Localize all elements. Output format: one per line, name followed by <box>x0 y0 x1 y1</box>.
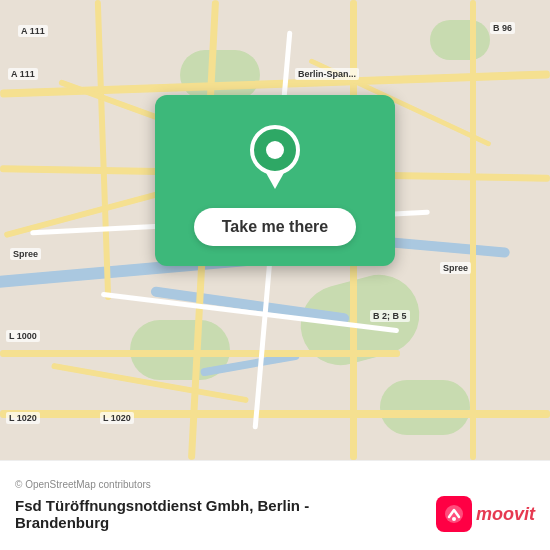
road <box>0 410 550 418</box>
road-label: L 1000 <box>6 330 40 342</box>
road-label: L 1020 <box>100 412 134 424</box>
green-area <box>380 380 470 435</box>
road-label: B 2; B 5 <box>370 310 410 322</box>
road-label: L 1020 <box>6 412 40 424</box>
svg-point-1 <box>452 517 456 521</box>
road-label: B 96 <box>490 22 515 34</box>
attribution: © OpenStreetMap contributors <box>15 479 535 490</box>
take-me-there-button[interactable]: Take me there <box>194 208 356 246</box>
road-label: A 111 <box>18 25 48 37</box>
road-label: Berlin-Span... <box>295 68 359 80</box>
map-pin <box>250 125 300 185</box>
green-area <box>430 20 490 60</box>
moovit-logo: moovit <box>436 496 535 532</box>
moovit-text: moovit <box>476 504 535 525</box>
pin-dot <box>266 141 284 159</box>
road <box>95 0 111 300</box>
bottom-bar: © OpenStreetMap contributors Fsd Türöffn… <box>0 460 550 550</box>
place-info: Fsd Türöffnungsnotdienst Gmbh, Berlin - … <box>15 497 436 531</box>
road-label: Spree <box>440 262 471 274</box>
road <box>470 0 476 460</box>
marker-overlay: Take me there <box>155 95 395 266</box>
bottom-content: Fsd Türöffnungsnotdienst Gmbh, Berlin - … <box>15 496 535 532</box>
road-label: A 111 <box>8 68 38 80</box>
road-label: Spree <box>10 248 41 260</box>
moovit-icon <box>436 496 472 532</box>
map-container[interactable]: A 111A 111B 96L 1000L 1020L 1020B 2; B 5… <box>0 0 550 460</box>
green-area <box>180 50 260 100</box>
place-name: Fsd Türöffnungsnotdienst Gmbh, Berlin - … <box>15 497 436 531</box>
pin-circle <box>250 125 300 175</box>
